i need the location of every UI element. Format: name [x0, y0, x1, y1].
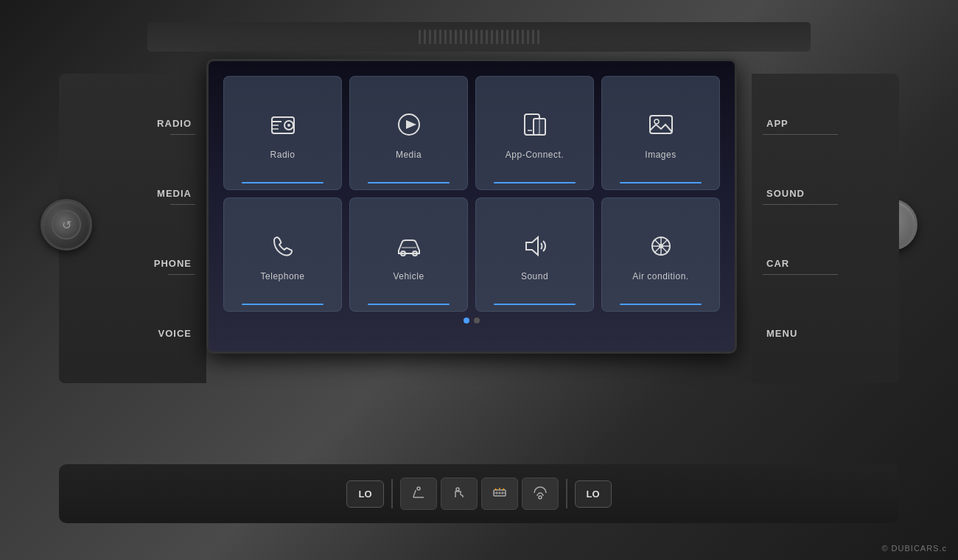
app-connect-icon: [520, 110, 550, 144]
right-panel: APP SOUND CAR MENU: [752, 74, 899, 383]
vehicle-underline: [368, 304, 450, 305]
media-icon: [394, 110, 424, 144]
menu-item-radio[interactable]: Radio: [223, 76, 342, 190]
menu-item-air-condition[interactable]: Air condition.: [601, 197, 720, 312]
images-label: Images: [645, 150, 676, 160]
pagination-dots: [223, 318, 720, 323]
radio-underline: [242, 182, 324, 183]
svg-marker-16: [526, 237, 538, 255]
top-vent: [147, 22, 811, 52]
dot-2[interactable]: [474, 318, 480, 323]
menu-item-vehicle[interactable]: Vehicle: [349, 197, 468, 312]
menu-item-images[interactable]: Images: [601, 76, 720, 190]
vehicle-label: Vehicle: [393, 271, 424, 281]
air-condition-label: Air condition.: [632, 271, 688, 281]
svg-point-2: [287, 124, 290, 127]
dot-1[interactable]: [464, 318, 469, 323]
menu-item-app-connect[interactable]: App-Connect.: [475, 76, 594, 190]
infotainment-screen[interactable]: Radio Media: [206, 59, 737, 354]
images-underline: [620, 182, 702, 183]
left-temp[interactable]: LO: [346, 480, 383, 508]
left-knob[interactable]: ↺: [41, 199, 92, 251]
sound-underline: [494, 304, 576, 305]
menu-item-telephone[interactable]: Telephone: [223, 197, 342, 312]
svg-point-22: [659, 244, 663, 248]
climate-controls: LO: [59, 464, 899, 523]
ac-btn[interactable]: [522, 477, 559, 510]
separator-1: [391, 479, 393, 508]
watermark: © DUBICARS.c: [881, 544, 947, 553]
media-label: Media: [396, 150, 422, 160]
telephone-icon: [268, 231, 298, 265]
app-button[interactable]: APP: [763, 112, 888, 135]
menu-button[interactable]: MENU: [763, 322, 888, 345]
voice-button[interactable]: VOICE: [155, 322, 195, 345]
radio-button[interactable]: RADIO: [153, 112, 195, 135]
app-connect-underline: [494, 182, 576, 183]
phone-button[interactable]: PHONE: [150, 252, 195, 275]
svg-point-23: [417, 487, 420, 490]
left-knob-inner: ↺: [52, 210, 81, 239]
svg-rect-11: [650, 116, 672, 133]
app-connect-label: App-Connect.: [506, 150, 564, 160]
air-condition-underline: [620, 304, 702, 305]
back-icon: ↺: [62, 218, 71, 232]
images-icon: [646, 110, 676, 144]
svg-point-12: [654, 119, 659, 124]
svg-point-33: [539, 496, 542, 499]
sound-icon: [520, 231, 550, 265]
screen-content: Radio Media: [209, 61, 735, 351]
radio-label: Radio: [270, 150, 296, 160]
telephone-label: Telephone: [261, 271, 305, 281]
svg-rect-9: [534, 119, 545, 135]
media-button[interactable]: MEDIA: [153, 182, 195, 205]
menu-item-media[interactable]: Media: [349, 76, 468, 190]
dashboard: RADIO MEDIA PHONE VOICE ↺: [0, 0, 958, 560]
vehicle-icon: [394, 231, 424, 265]
menu-grid: Radio Media: [223, 76, 720, 312]
rear-defrost-btn[interactable]: [481, 477, 518, 510]
menu-item-sound[interactable]: Sound: [475, 197, 594, 312]
seat-heat-driver-btn[interactable]: [400, 477, 437, 510]
car-button[interactable]: CAR: [763, 252, 888, 275]
sound-label: Sound: [521, 271, 548, 281]
radio-icon: [268, 110, 298, 144]
right-temp[interactable]: LO: [575, 480, 612, 508]
svg-marker-7: [406, 120, 416, 129]
telephone-underline: [242, 304, 324, 305]
separator-2: [566, 479, 567, 508]
media-underline: [368, 182, 450, 183]
sound-button[interactable]: SOUND: [763, 182, 888, 205]
svg-point-24: [456, 488, 459, 491]
seat-heat-pass-btn[interactable]: [441, 477, 478, 510]
air-condition-icon: [646, 231, 676, 265]
